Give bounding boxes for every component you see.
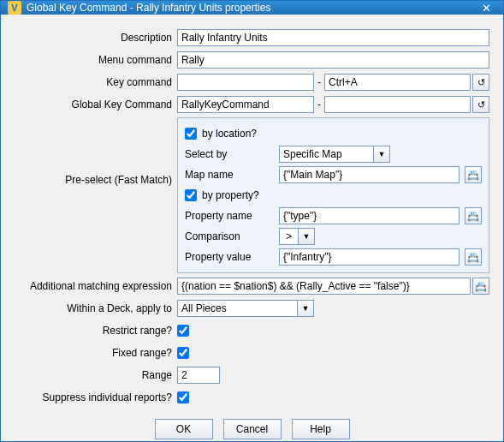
form-area: Description Menu command Key command - ↺… bbox=[15, 28, 489, 410]
global-key-left-input[interactable] bbox=[177, 96, 314, 113]
comparison-label: Comparison bbox=[185, 230, 274, 242]
range-input[interactable] bbox=[177, 367, 220, 384]
property-value-input[interactable] bbox=[279, 248, 460, 266]
menu-command-label: Menu command bbox=[15, 54, 177, 66]
key-command-right-input[interactable] bbox=[324, 74, 471, 91]
property-name-label: Property name bbox=[185, 210, 274, 222]
dropdown-icon[interactable]: ▼ bbox=[297, 300, 314, 317]
window-title: Global Key Command - Rally Infantry Unit… bbox=[27, 2, 476, 14]
separator: - bbox=[316, 76, 323, 88]
global-key-right-input[interactable] bbox=[324, 96, 471, 113]
by-property-checkbox[interactable] bbox=[185, 189, 197, 201]
close-button[interactable]: ✕ bbox=[476, 2, 496, 15]
map-name-label: Map name bbox=[185, 169, 274, 181]
comparison-select[interactable] bbox=[279, 228, 298, 245]
calculator-icon[interactable]: 📇 bbox=[465, 207, 482, 224]
menu-command-input[interactable] bbox=[177, 51, 489, 69]
select-by-select[interactable] bbox=[279, 146, 373, 163]
app-icon: V bbox=[8, 1, 21, 15]
calculator-icon[interactable]: 📇 bbox=[472, 278, 489, 295]
dropdown-icon[interactable]: ▼ bbox=[373, 146, 390, 163]
restrict-range-checkbox[interactable] bbox=[177, 325, 189, 337]
description-label: Description bbox=[15, 32, 177, 44]
button-bar: OK Cancel Help bbox=[15, 410, 489, 442]
preselect-label: Pre-select (Fast Match) bbox=[15, 117, 177, 186]
select-by-label: Select by bbox=[185, 148, 274, 160]
help-button[interactable]: Help bbox=[292, 419, 350, 439]
dropdown-icon[interactable]: ▼ bbox=[298, 228, 315, 245]
key-command-label: Key command bbox=[15, 76, 177, 88]
property-value-label: Property value bbox=[185, 251, 274, 263]
by-property-label: by property? bbox=[202, 189, 259, 201]
description-input[interactable] bbox=[177, 29, 489, 46]
property-name-input[interactable] bbox=[279, 207, 460, 224]
dialog-window: V Global Key Command - Rally Infantry Un… bbox=[0, 0, 504, 442]
fixed-range-label: Fixed range? bbox=[15, 347, 177, 359]
undo-icon[interactable]: ↺ bbox=[472, 74, 489, 91]
key-command-left-input[interactable] bbox=[177, 74, 314, 91]
by-location-label: by location? bbox=[202, 128, 257, 140]
within-deck-select[interactable] bbox=[177, 300, 297, 317]
global-key-command-label: Global Key Command bbox=[15, 99, 177, 110]
undo-icon[interactable]: ↺ bbox=[472, 96, 489, 113]
restrict-range-label: Restrict range? bbox=[15, 325, 177, 337]
within-deck-label: Within a Deck, apply to bbox=[15, 302, 177, 314]
map-name-input[interactable] bbox=[279, 166, 460, 183]
suppress-checkbox[interactable] bbox=[177, 391, 189, 403]
calculator-icon[interactable]: 📇 bbox=[465, 166, 482, 183]
calculator-icon[interactable]: 📇 bbox=[465, 248, 482, 266]
preselect-panel: by location? Select by ▼ Map name 📇 bbox=[177, 117, 489, 273]
additional-input[interactable] bbox=[177, 278, 471, 295]
ok-button[interactable]: OK bbox=[155, 419, 213, 439]
cancel-button[interactable]: Cancel bbox=[223, 419, 282, 439]
dialog-content: Description Menu command Key command - ↺… bbox=[1, 15, 503, 442]
separator: - bbox=[316, 99, 323, 110]
by-location-checkbox[interactable] bbox=[185, 128, 197, 140]
range-label: Range bbox=[15, 369, 177, 381]
titlebar: V Global Key Command - Rally Infantry Un… bbox=[1, 1, 503, 15]
additional-label: Additional matching expression bbox=[15, 280, 177, 292]
fixed-range-checkbox[interactable] bbox=[177, 347, 189, 359]
suppress-label: Suppress individual reports? bbox=[15, 391, 177, 403]
